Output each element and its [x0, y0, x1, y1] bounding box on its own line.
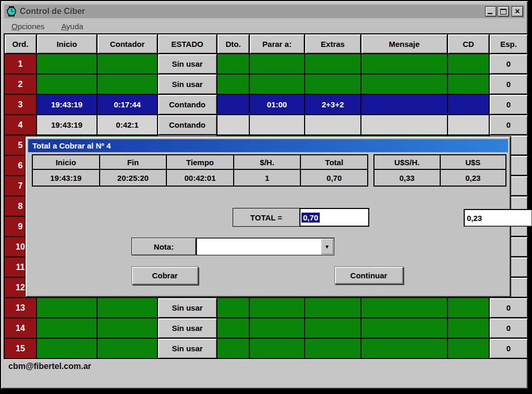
column-header-ord: Ord. [5, 34, 36, 53]
cell-inicio[interactable] [37, 318, 96, 338]
nota-combobox[interactable] [196, 238, 334, 255]
cell-esp[interactable]: 0 [490, 95, 527, 114]
menu-bar: OpcionesAyuda [4, 20, 525, 32]
cell-ord[interactable]: 1 [5, 54, 36, 73]
cell-contador[interactable]: 0:17:44 [98, 95, 157, 114]
cell-estado[interactable]: Sin usar [158, 318, 216, 338]
cell-esp[interactable]: 0 [490, 298, 527, 317]
cell-dto[interactable] [217, 54, 249, 73]
cell-ord[interactable]: 3 [5, 95, 36, 114]
usd-header-total: U$S [441, 155, 506, 169]
cell-dto[interactable] [217, 75, 249, 94]
cell-dto[interactable] [217, 95, 249, 114]
billing-header-inicio: Inicio [33, 155, 99, 169]
cell-parar[interactable] [250, 298, 304, 317]
cell-cd[interactable] [448, 75, 489, 94]
cell-inicio[interactable]: 19:43:19 [37, 95, 96, 114]
cell-extras[interactable] [305, 339, 360, 358]
cell-contador[interactable] [98, 339, 157, 358]
maximize-button-icon[interactable] [498, 6, 509, 17]
cell-extras[interactable] [305, 54, 360, 73]
cell-mensaje[interactable] [361, 95, 447, 114]
cell-ord[interactable]: 13 [5, 298, 36, 317]
cell-esp[interactable]: 0 [490, 75, 527, 94]
menu-ayuda[interactable]: Ayuda [61, 22, 83, 31]
cell-esp[interactable]: 0 [490, 339, 527, 358]
billing-header-tarifa: $/H. [234, 155, 300, 169]
cell-contador[interactable] [98, 318, 157, 338]
close-button-icon[interactable] [512, 6, 523, 17]
cell-ord[interactable]: 14 [5, 318, 36, 338]
cell-estado[interactable]: Contando [158, 115, 216, 134]
table-header-row: Ord.InicioContadorESTADODto.Parar a:Extr… [5, 34, 527, 53]
cell-inicio[interactable]: 19:43:19 [37, 115, 96, 134]
cell-cd[interactable] [448, 54, 489, 73]
cell-contador[interactable] [98, 75, 157, 94]
cell-ord[interactable]: 4 [5, 115, 36, 134]
total-input[interactable]: 0,70 [299, 208, 369, 227]
cell-mensaje[interactable] [361, 75, 447, 94]
cell-cd[interactable] [448, 339, 489, 358]
cell-inicio[interactable] [37, 75, 96, 94]
cell-estado[interactable]: Sin usar [158, 298, 216, 317]
cell-mensaje[interactable] [361, 318, 447, 338]
cell-dto[interactable] [217, 339, 249, 358]
cell-parar[interactable] [250, 339, 304, 358]
column-header-mensaje: Mensaje [361, 34, 447, 53]
cell-parar[interactable] [250, 318, 304, 338]
cell-parar[interactable] [250, 54, 304, 73]
total-label: TOTAL = [233, 208, 300, 227]
cell-cd[interactable] [448, 298, 489, 317]
cell-esp[interactable]: 0 [490, 318, 527, 338]
table-row-1: 1Sin usar0 [5, 54, 527, 73]
window-controls [485, 6, 523, 17]
cobrar-button[interactable]: Cobrar [131, 266, 198, 285]
cell-extras[interactable] [305, 75, 360, 94]
cell-esp[interactable]: 0 [490, 115, 527, 134]
cell-extras[interactable]: 2+3+2 [305, 95, 360, 114]
usd-value-rate: 0,33 [374, 170, 440, 186]
cell-inicio[interactable] [37, 54, 96, 73]
cell-esp[interactable]: 0 [490, 54, 527, 73]
cell-contador[interactable]: 0:42:1 [98, 115, 157, 134]
cell-cd[interactable] [448, 95, 489, 114]
cell-extras[interactable] [305, 115, 360, 134]
cell-mensaje[interactable] [361, 115, 447, 134]
chevron-down-icon[interactable] [321, 239, 333, 254]
menu-opciones[interactable]: Opciones [11, 22, 44, 31]
dialog-title-bar: Total a Cobrar al Nº 4 [28, 139, 508, 152]
cell-dto[interactable] [217, 318, 249, 338]
cell-inicio[interactable] [37, 339, 96, 358]
minimize-button-icon[interactable] [485, 6, 497, 17]
cell-estado[interactable]: Sin usar [158, 339, 216, 358]
cell-mensaje[interactable] [361, 339, 447, 358]
cell-parar[interactable]: 01:00 [250, 95, 304, 114]
cell-parar[interactable] [250, 115, 304, 134]
cell-ord[interactable]: 2 [5, 75, 36, 94]
cell-estado[interactable]: Sin usar [158, 75, 216, 94]
column-header-dto: Dto. [217, 34, 249, 53]
cell-extras[interactable] [305, 298, 360, 317]
cell-dto[interactable] [217, 298, 249, 317]
cell-contador[interactable] [98, 298, 157, 317]
cell-inicio[interactable] [37, 298, 96, 317]
column-header-estado: ESTADO [158, 34, 216, 53]
usd-total-text: 0,23 [467, 214, 482, 223]
window-icon[interactable] [6, 6, 17, 17]
cell-mensaje[interactable] [361, 54, 447, 73]
cell-dto[interactable] [217, 115, 249, 134]
continuar-button[interactable]: Continuar [334, 266, 403, 284]
cell-mensaje[interactable] [361, 298, 447, 317]
billing-value-tiempo: 00:42:01 [167, 170, 233, 186]
cell-estado[interactable]: Contando [158, 95, 216, 114]
billing-header-fin: Fin [100, 155, 166, 169]
usd-total-input[interactable]: 0,23 [464, 209, 532, 227]
cell-cd[interactable] [448, 318, 489, 338]
cell-cd[interactable] [448, 115, 489, 134]
cell-contador[interactable] [98, 54, 157, 73]
cell-estado[interactable]: Sin usar [158, 54, 216, 73]
billing-value-total: 0,70 [301, 170, 367, 186]
cell-parar[interactable] [250, 75, 304, 94]
cell-extras[interactable] [305, 318, 360, 338]
cell-ord[interactable]: 15 [5, 339, 36, 358]
